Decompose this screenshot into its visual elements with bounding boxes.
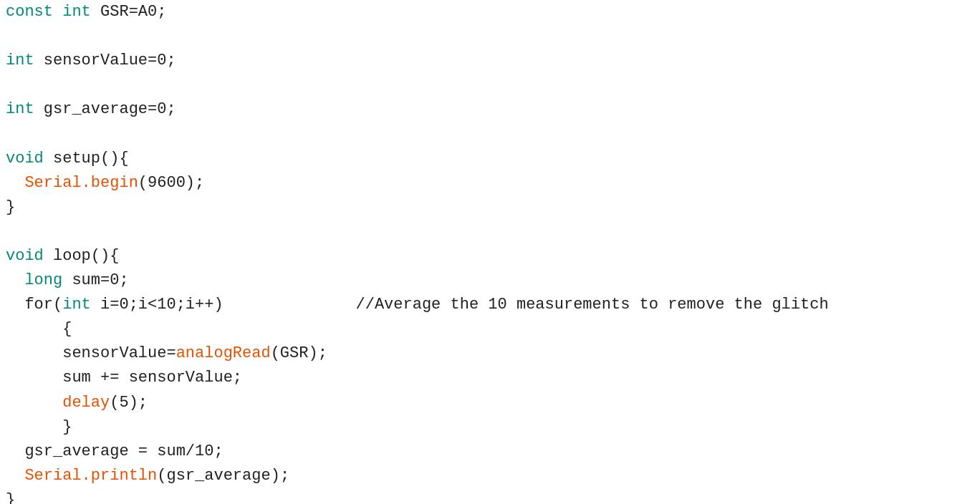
code-line: void loop(){ bbox=[6, 244, 974, 268]
code-line: Serial.begin(9600); bbox=[6, 171, 974, 195]
code-token: (9600); bbox=[138, 174, 204, 192]
code-line: } bbox=[6, 488, 974, 504]
code-token: } bbox=[6, 198, 15, 216]
code-token: int bbox=[6, 52, 34, 69]
code-line: for(int i=0;i<10;i++) //Average the 10 m… bbox=[6, 293, 974, 317]
code-line: const int GSR=A0; bbox=[6, 0, 974, 24]
code-token: loop(){ bbox=[44, 247, 120, 265]
code-token: } bbox=[6, 418, 72, 436]
code-token: sensorValue= bbox=[6, 344, 176, 362]
code-token: int bbox=[62, 296, 91, 314]
code-token: gsr_average = sum/10; bbox=[6, 442, 224, 460]
code-token: long bbox=[24, 271, 62, 289]
code-line: long sum=0; bbox=[6, 268, 974, 293]
code-line: int gsr_average=0; bbox=[6, 97, 974, 122]
code-token: Serial.begin bbox=[24, 174, 138, 192]
code-token bbox=[6, 174, 24, 192]
code-token: sum=0; bbox=[62, 271, 128, 289]
code-token bbox=[6, 467, 24, 485]
code-token: int bbox=[62, 3, 91, 21]
code-token: void bbox=[6, 150, 44, 168]
code-line: sum += sensorValue; bbox=[6, 366, 974, 390]
empty-line bbox=[6, 220, 974, 244]
code-editor: const int GSR=A0;int sensorValue=0;int g… bbox=[0, 0, 980, 504]
empty-line bbox=[6, 122, 974, 146]
code-line: gsr_average = sum/10; bbox=[6, 440, 974, 464]
code-token: Serial.println bbox=[24, 467, 157, 485]
code-line: delay(5); bbox=[6, 391, 974, 415]
code-line: Serial.println(gsr_average); bbox=[6, 464, 974, 488]
code-token: setup(){ bbox=[44, 150, 129, 168]
code-line: int sensorValue=0; bbox=[6, 49, 974, 73]
code-token: GSR=A0; bbox=[91, 3, 167, 21]
code-token: { bbox=[6, 320, 72, 338]
code-token: delay bbox=[62, 394, 110, 412]
code-token: } bbox=[6, 491, 15, 504]
code-token: (gsr_average); bbox=[157, 467, 289, 485]
code-token: i=0;i<10;i++) //Average the 10 measureme… bbox=[91, 296, 829, 314]
code-token: (5); bbox=[110, 394, 148, 412]
empty-line bbox=[6, 73, 974, 97]
code-line: } bbox=[6, 415, 974, 440]
code-token: void bbox=[6, 247, 44, 265]
code-token: (GSR); bbox=[271, 344, 327, 362]
code-token: for( bbox=[6, 296, 62, 314]
code-token: sum += sensorValue; bbox=[6, 369, 242, 387]
code-token bbox=[6, 394, 62, 412]
code-token: int bbox=[6, 100, 34, 118]
code-token: sensorValue=0; bbox=[34, 52, 176, 69]
code-token: analogRead bbox=[176, 344, 271, 362]
code-token: gsr_average=0; bbox=[34, 100, 176, 118]
code-line: } bbox=[6, 195, 974, 220]
empty-line bbox=[6, 24, 974, 49]
code-line: sensorValue=analogRead(GSR); bbox=[6, 341, 974, 366]
code-line: { bbox=[6, 317, 974, 341]
code-token: const bbox=[6, 3, 62, 21]
code-line: void setup(){ bbox=[6, 147, 974, 171]
code-token bbox=[6, 271, 24, 289]
